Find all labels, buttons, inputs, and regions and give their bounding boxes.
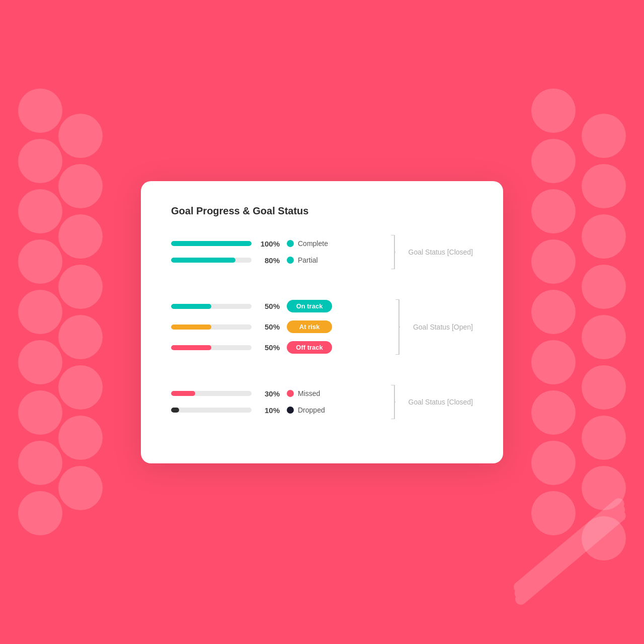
row-item: 50%Off track xyxy=(171,341,382,354)
section-closed-complete: 100%Complete80%PartialGoal Status [Close… xyxy=(171,235,473,269)
status-dot-icon xyxy=(287,257,294,264)
bracket-icon xyxy=(387,235,395,269)
bg-dot xyxy=(58,114,103,158)
bg-dot xyxy=(531,491,576,535)
row-item: 10%Dropped xyxy=(171,406,377,415)
section-closed-missed: 30%Missed10%DroppedGoal Status [Closed] xyxy=(171,385,473,419)
pct-label: 50% xyxy=(259,323,280,331)
bracket-label: Goal Status [Closed] xyxy=(409,248,473,256)
bg-dot xyxy=(58,164,103,208)
bg-dot xyxy=(531,290,576,334)
section-open: 50%On track50%At risk50%Off trackGoal St… xyxy=(171,299,473,355)
bracket-label: Goal Status [Closed] xyxy=(409,398,473,406)
bracket-label: Goal Status [Open] xyxy=(413,323,473,331)
progress-fill xyxy=(171,304,211,309)
status-label: Dropped xyxy=(298,406,325,414)
progress-fill xyxy=(171,258,235,263)
progress-track xyxy=(171,241,252,246)
bracket-group: Goal Status [Open] xyxy=(392,299,473,355)
bg-dot xyxy=(531,89,576,133)
row-item: 100%Complete xyxy=(171,239,377,248)
status-dot-label: Partial xyxy=(287,256,318,264)
bg-dot xyxy=(582,516,626,560)
rows-group-open: 50%On track50%At risk50%Off track xyxy=(171,300,382,354)
bg-dot xyxy=(18,139,62,183)
pct-label: 100% xyxy=(259,239,280,248)
bg-dot xyxy=(582,265,626,309)
progress-fill xyxy=(171,391,195,396)
card-title: Goal Progress & Goal Status xyxy=(171,205,473,217)
bg-dot xyxy=(18,441,62,485)
pct-label: 50% xyxy=(259,343,280,352)
status-dot-label: Missed xyxy=(287,389,320,397)
bg-dot xyxy=(531,139,576,183)
bg-dot xyxy=(582,466,626,510)
rows-group-closed-complete: 100%Complete80%Partial xyxy=(171,239,377,265)
bg-dot xyxy=(531,390,576,435)
bg-dot xyxy=(18,290,62,334)
bg-dot xyxy=(18,491,62,535)
progress-track xyxy=(171,408,252,413)
status-badge: On track xyxy=(287,300,332,312)
status-dot-icon xyxy=(287,240,294,247)
bg-dot xyxy=(531,239,576,284)
bg-dot xyxy=(18,390,62,435)
decorative-slashes xyxy=(473,535,614,614)
progress-fill xyxy=(171,325,211,330)
bg-dot xyxy=(18,189,62,233)
progress-fill xyxy=(171,345,211,350)
progress-track xyxy=(171,345,252,350)
bracket-icon xyxy=(387,385,395,419)
status-dot-label: Dropped xyxy=(287,406,325,414)
status-label: Complete xyxy=(298,239,328,248)
row-item: 30%Missed xyxy=(171,389,377,398)
bg-dot xyxy=(582,114,626,158)
bg-dot xyxy=(18,89,62,133)
bg-dot xyxy=(58,214,103,259)
pct-label: 80% xyxy=(259,256,280,265)
status-dot-icon xyxy=(287,390,294,397)
pct-label: 50% xyxy=(259,302,280,310)
status-label: Missed xyxy=(298,389,320,397)
bg-dot xyxy=(582,315,626,359)
status-badge: At risk xyxy=(287,320,332,333)
pct-label: 10% xyxy=(259,406,280,415)
row-item: 50%At risk xyxy=(171,320,382,333)
bg-dot xyxy=(582,214,626,259)
bracket-group: Goal Status [Closed] xyxy=(387,385,473,419)
bg-dot xyxy=(58,265,103,309)
bg-dot xyxy=(531,189,576,233)
status-dot-label: Complete xyxy=(287,239,328,248)
bg-dot xyxy=(582,416,626,460)
bracket-icon xyxy=(392,299,400,355)
bg-dot xyxy=(18,239,62,284)
bracket-group: Goal Status [Closed] xyxy=(387,235,473,269)
row-item: 50%On track xyxy=(171,300,382,312)
progress-fill xyxy=(171,241,252,246)
rows-group-closed-missed: 30%Missed10%Dropped xyxy=(171,389,377,415)
progress-track xyxy=(171,391,252,396)
progress-track xyxy=(171,325,252,330)
status-label: Partial xyxy=(298,256,318,264)
bg-dot xyxy=(582,365,626,410)
status-dot-icon xyxy=(287,407,294,414)
bg-dot xyxy=(582,164,626,208)
status-badge: Off track xyxy=(287,341,332,354)
bg-dot xyxy=(531,441,576,485)
progress-track xyxy=(171,258,252,263)
main-card: Goal Progress & Goal Status 100%Complete… xyxy=(141,181,503,463)
bg-dot xyxy=(18,340,62,384)
bg-dot xyxy=(58,315,103,359)
row-item: 80%Partial xyxy=(171,256,377,265)
sections-container: 100%Complete80%PartialGoal Status [Close… xyxy=(171,235,473,419)
progress-fill xyxy=(171,408,179,413)
bg-dot xyxy=(531,340,576,384)
pct-label: 30% xyxy=(259,389,280,398)
bg-dot xyxy=(58,466,103,510)
bg-dot xyxy=(58,365,103,410)
bg-dot xyxy=(58,416,103,460)
progress-track xyxy=(171,304,252,309)
